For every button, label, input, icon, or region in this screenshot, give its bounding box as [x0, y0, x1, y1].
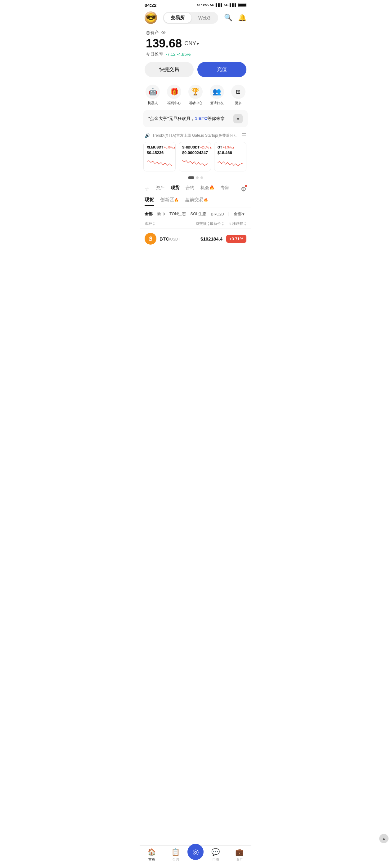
spot-subtabs: 现货 创新区🔥 盘前交易🔥: [140, 193, 251, 207]
battery-icon: [238, 3, 246, 7]
signal-bars-1: ▋▋▋: [216, 3, 223, 7]
icon-robot[interactable]: 🤖 机器人: [144, 85, 161, 105]
status-time: 04:22: [145, 2, 157, 8]
dot-2[interactable]: [196, 176, 199, 179]
tab-web3[interactable]: Web3: [192, 13, 217, 23]
signal-5g-1: 5G: [210, 3, 214, 7]
signal-5g-2: 5G: [224, 3, 228, 7]
tab-futures[interactable]: 合约: [186, 185, 194, 193]
action-buttons: 快捷交易 充值: [140, 62, 251, 82]
tab-assets[interactable]: 资产: [156, 185, 165, 193]
icon-more[interactable]: ⊞ 更多: [230, 85, 247, 105]
carousel-dots: [140, 175, 251, 183]
sort-change[interactable]: ⇅ 涨跌幅 ▲▼: [229, 221, 246, 226]
tab-expert[interactable]: 专家: [221, 185, 229, 193]
quick-trade-button[interactable]: 快捷交易: [145, 62, 194, 77]
settings-notification-dot: [245, 185, 247, 187]
deposit-button[interactable]: 充值: [197, 62, 246, 77]
sort-pair[interactable]: 币种 ▲▼: [145, 221, 193, 226]
search-icon[interactable]: 🔍: [224, 13, 232, 22]
coin-symbol: BTC/USDT: [160, 236, 200, 242]
avatar[interactable]: [145, 11, 157, 24]
btc-logo: ₿: [145, 233, 157, 245]
tab-exchange[interactable]: 交易所: [164, 13, 192, 23]
portfolio-label: 总资产 👁: [146, 30, 245, 36]
exchange-web3-switcher: 交易所 Web3: [163, 12, 218, 24]
network-speed: 10.3 KB/s: [197, 4, 209, 7]
tab-opportunity[interactable]: 机会🔥: [200, 185, 215, 193]
filter-dropdown[interactable]: 全部▾: [234, 211, 245, 217]
filter-row: 全部 新币 TON生态 SOL生态 BRC20 | 全部▾: [140, 207, 251, 219]
eye-icon[interactable]: 👁: [161, 30, 166, 36]
banner-collapse-button[interactable]: ▾: [233, 114, 243, 123]
spot-tab-premarket[interactable]: 盘前交易🔥: [185, 197, 208, 206]
portfolio-value: 139.68 CNY ▾: [146, 37, 245, 50]
tab-spot[interactable]: 现货: [171, 185, 179, 193]
ticker-bar: 🔊 TrendX(XTTA)首发上线 Gate.io Startup(免费瓜分7…: [140, 130, 251, 142]
coin-row-btc[interactable]: ₿ BTC/USDT $102184.4 +3.71%: [140, 228, 251, 249]
promo-banner[interactable]: "点金大亨"元旦狂欢月，1 BTC等你来拿 ▾: [143, 111, 248, 127]
market-card-shib[interactable]: SHIBUSDT +2.0%▲ $0.000024247: [179, 142, 211, 172]
status-bar: 04:22 10.3 KB/s 5G ▋▋▋ 5G ▋▋▋: [140, 0, 251, 9]
icon-activity[interactable]: 🏆 活动中心: [187, 85, 204, 105]
pnl-row: 今日盈亏 -7.12 -4.85%: [146, 52, 245, 57]
btc-change-badge: +3.71%: [226, 235, 246, 243]
icon-menu: 🤖 机器人 🎁 福利中心 🏆 活动中心 👥 邀请好友 ⊞ 更多: [140, 82, 251, 111]
secondary-tabs: ☆ 资产 现货 合约 机会🔥 专家 ⚙: [140, 183, 251, 193]
status-icons: 10.3 KB/s 5G ▋▋▋ 5G ▋▋▋: [197, 3, 246, 7]
filter-new[interactable]: 新币: [157, 210, 165, 218]
filter-all[interactable]: 全部: [145, 210, 153, 218]
currency-tag[interactable]: CNY ▾: [184, 40, 199, 47]
header-icons: 🔍 🔔: [224, 13, 246, 22]
sort-price[interactable]: 最新价 ▲▼: [210, 221, 224, 226]
btc-price: $102184.4: [200, 236, 223, 242]
settings-icon[interactable]: ⚙: [241, 185, 246, 193]
mini-chart-xlm: [147, 157, 172, 168]
ticker-menu-icon[interactable]: ☰: [242, 132, 246, 139]
sort-row: 币种 ▲▼ 成交额 ▲▼ 最新价 ▲▼ ⇅ 涨跌幅 ▲▼: [140, 219, 251, 228]
dot-3[interactable]: [200, 176, 203, 179]
ticker-speaker-icon: 🔊: [145, 133, 150, 138]
notification-icon[interactable]: 🔔: [238, 13, 246, 22]
spot-tab-spot[interactable]: 现货: [145, 197, 154, 206]
sort-volume[interactable]: 成交额 ▲▼: [196, 221, 210, 226]
filter-sol[interactable]: SOL生态: [190, 210, 206, 218]
portfolio-section: 总资产 👁 139.68 CNY ▾ 今日盈亏 -7.12 -4.85%: [140, 28, 251, 62]
ticker-text: TrendX(XTTA)首发上线 Gate.io Startup(免费瓜分7..…: [152, 133, 239, 138]
pnl-value: -7.12 -4.85%: [166, 52, 191, 57]
signal-bars-2: ▋▋▋: [230, 3, 237, 7]
dot-1[interactable]: [188, 176, 194, 179]
market-card-xlm[interactable]: XLMUSDT +3.0%▲ $0.45236: [143, 142, 176, 172]
mini-chart-shib: [182, 157, 207, 168]
filter-ton[interactable]: TON生态: [169, 210, 186, 218]
banner-text: "点金大亨"元旦狂欢月，1 BTC等你来拿: [148, 116, 225, 122]
spot-tab-innovation[interactable]: 创新区🔥: [160, 197, 179, 206]
filter-brc20[interactable]: BRC20: [211, 211, 224, 218]
icon-welfare[interactable]: 🎁 福利中心: [166, 85, 183, 105]
mini-chart-gt: [218, 157, 243, 168]
header: 交易所 Web3 🔍 🔔: [140, 9, 251, 28]
market-card-gt[interactable]: GT +1.9%▲ $18.466: [214, 142, 246, 172]
icon-invite[interactable]: 👥 邀请好友: [208, 85, 225, 105]
star-favorites-icon[interactable]: ☆: [145, 186, 149, 192]
market-cards: XLMUSDT +3.0%▲ $0.45236 SHIBUSDT +2.0%▲ …: [140, 142, 251, 175]
